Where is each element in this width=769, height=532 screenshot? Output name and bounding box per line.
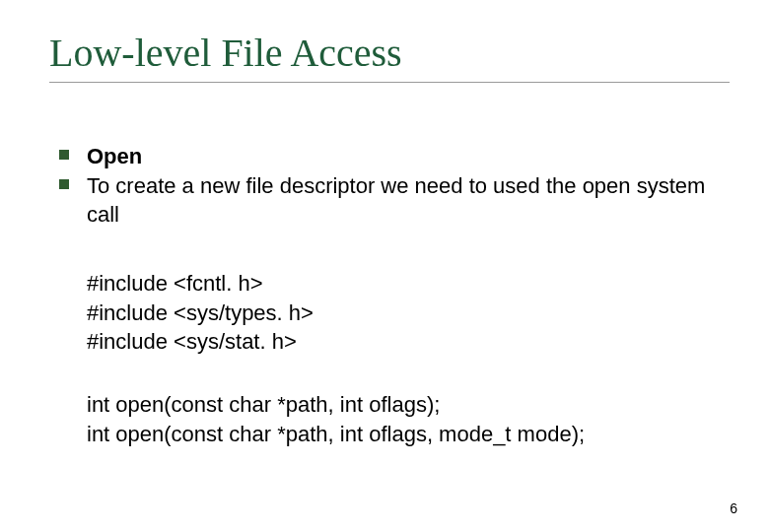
code-line: int open(const char *path, int oflags, m…: [87, 420, 730, 449]
code-block: #include <fcntl. h> #include <sys/types.…: [87, 269, 730, 448]
code-line: int open(const char *path, int oflags);: [87, 390, 730, 420]
page-number: 6: [730, 500, 737, 516]
slide: Low-level File Access Open To create a n…: [0, 0, 769, 532]
bullet-list: Open To create a new file descriptor we …: [59, 142, 730, 230]
title-divider: [49, 82, 730, 83]
prototypes-group: int open(const char *path, int oflags); …: [87, 390, 730, 448]
square-bullet-icon: [59, 150, 69, 160]
square-bullet-icon: [59, 179, 69, 189]
bullet-text: To create a new file descriptor we need …: [87, 171, 730, 230]
code-line: #include <fcntl. h>: [87, 269, 730, 299]
includes-group: #include <fcntl. h> #include <sys/types.…: [87, 269, 730, 357]
code-line: #include <sys/types. h>: [87, 299, 730, 328]
bullet-text: Open: [87, 142, 142, 171]
bullet-item: To create a new file descriptor we need …: [59, 171, 730, 230]
slide-title: Low-level File Access: [49, 30, 730, 76]
bullet-item: Open: [59, 142, 730, 171]
code-line: #include <sys/stat. h>: [87, 327, 730, 357]
